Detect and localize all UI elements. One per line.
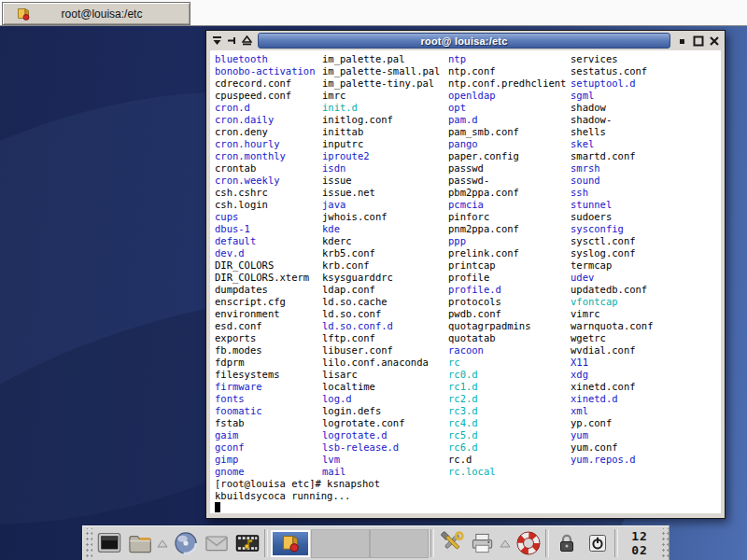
up-arrow-icon <box>500 539 511 548</box>
logout-button[interactable] <box>582 528 613 559</box>
file-entry: sound <box>571 175 721 187</box>
taskbar-empty-slot <box>370 529 429 558</box>
file-entry: dbus-1 <box>215 223 322 235</box>
panel-separator <box>614 529 618 557</box>
file-entry: sudoers <box>571 211 721 223</box>
file-entry: localtime <box>322 381 448 393</box>
window-list-button[interactable]: root@louisa:/etc <box>2 2 190 25</box>
file-entry: fstab <box>215 417 322 429</box>
file-entry: printcap <box>448 259 571 272</box>
web-browser-button[interactable] <box>170 528 201 559</box>
file-entry: pam.d <box>448 114 571 126</box>
file-entry: prelink.conf <box>448 247 571 259</box>
terminal-screen[interactable]: bluetoothbonobo-activationcdrecord.confc… <box>210 50 721 513</box>
file-listing: bluetoothbonobo-activationcdrecord.confc… <box>215 53 721 478</box>
maximize-icon[interactable] <box>692 35 704 48</box>
panel-handle[interactable] <box>660 528 669 559</box>
media-icon <box>234 531 261 555</box>
file-entry: services <box>571 53 721 65</box>
file-entry: ld.so.cache <box>322 296 448 308</box>
file-entry: crontab <box>215 162 322 175</box>
tray-expand-arrow-button[interactable] <box>498 528 513 559</box>
file-entry: yum.conf <box>571 441 721 454</box>
file-entry: krb.conf <box>322 259 448 272</box>
file-entry: bonobo-activation <box>215 65 322 77</box>
file-entry: rc <box>448 357 571 369</box>
expand-arrow-button[interactable] <box>155 528 170 559</box>
file-entry: cron.deny <box>215 126 322 138</box>
file-entry: environment <box>215 308 322 320</box>
file-entry: dumpdates <box>215 284 322 296</box>
sticky-pin-icon[interactable] <box>226 35 238 48</box>
file-entry: ldap.conf <box>322 284 448 296</box>
email-button[interactable] <box>201 528 232 559</box>
window-menu-icon[interactable] <box>211 35 223 48</box>
file-entry: shadow- <box>571 114 721 126</box>
terminal-launcher-button[interactable] <box>93 528 124 559</box>
panel-separator <box>264 529 268 557</box>
file-entry: imrc <box>322 90 448 102</box>
file-entry: lftp.conf <box>322 332 448 344</box>
lock-session-button[interactable] <box>551 528 582 559</box>
file-entry: warnquota.conf <box>571 320 721 332</box>
close-icon[interactable] <box>708 35 720 48</box>
home-folder-button[interactable] <box>124 528 155 559</box>
file-entry: enscript.cfg <box>215 296 322 308</box>
file-entry: ksysguarddrc <box>322 272 448 284</box>
cursor-line <box>215 502 721 513</box>
window-list-label: root@louisa:/etc <box>31 7 190 21</box>
file-entry: sestatus.conf <box>571 65 721 77</box>
file-entry: foomatic <box>215 405 322 417</box>
file-entry: wgetrc <box>571 332 721 344</box>
panel-clock[interactable]: 12 02 <box>620 529 659 557</box>
file-entry: vimrc <box>571 308 721 320</box>
file-entry: im_palette-tiny.pal <box>322 77 448 90</box>
file-entry: fonts <box>215 393 322 405</box>
file-entry: openldap <box>448 90 571 102</box>
file-entry: im_palette-small.pal <box>322 65 448 77</box>
file-entry: updatedb.conf <box>571 284 721 296</box>
file-entry: kderc <box>322 235 448 247</box>
file-entry: mail <box>322 466 448 478</box>
file-entry: DIR_COLORS.xterm <box>215 272 322 284</box>
titlebar-title-area[interactable]: root@ louisa:/etc <box>258 33 670 49</box>
file-entry: logrotate.conf <box>322 417 448 429</box>
file-entry: gaim <box>215 429 322 441</box>
file-entry: login.defs <box>322 405 448 417</box>
file-entry: inputrc <box>322 138 448 150</box>
minimize-icon[interactable] <box>676 35 688 48</box>
file-entry: rc1.d <box>448 381 571 393</box>
file-entry: DIR_COLORS <box>215 259 322 272</box>
settings-tools-button[interactable] <box>436 528 467 559</box>
up-arrow-icon <box>157 539 168 548</box>
titlebar-left-buttons <box>208 35 258 48</box>
file-entry: ld.so.conf.d <box>322 320 448 332</box>
file-entry: yum.repos.d <box>571 454 721 466</box>
file-entry: pam_smb.conf <box>448 126 571 138</box>
listing-column-4: servicessestatus.confsetuptool.dsgmlshad… <box>571 53 721 478</box>
file-entry: gconf <box>215 441 322 454</box>
print-manager-button[interactable] <box>467 528 498 559</box>
panel-handle[interactable] <box>84 528 92 559</box>
kicker-panel: 12 02 <box>82 525 669 560</box>
multimedia-button[interactable] <box>232 528 262 559</box>
file-entry: smrsh <box>571 162 721 175</box>
file-entry: jwhois.conf <box>322 211 448 223</box>
file-entry: dev.d <box>215 247 322 259</box>
taskbar-active-task[interactable] <box>271 530 310 557</box>
panel-separator <box>545 529 549 557</box>
file-entry: pbm2ppa.conf <box>448 187 571 199</box>
file-entry: profile <box>448 272 571 284</box>
listing-column-2: im_palette.palim_palette-small.palim_pal… <box>322 53 448 478</box>
shade-icon[interactable] <box>241 35 253 48</box>
file-entry: sysctl.conf <box>571 235 721 247</box>
file-entry: lvm <box>322 454 448 466</box>
file-entry: sgml <box>571 90 721 102</box>
file-entry: log.d <box>322 393 448 405</box>
file-entry: esd.conf <box>215 320 322 332</box>
file-entry: passwd- <box>448 175 571 187</box>
power-icon <box>586 531 609 555</box>
titlebar[interactable]: root@ louisa:/etc <box>206 31 725 49</box>
help-button[interactable] <box>513 528 543 559</box>
file-entry: im_palette.pal <box>322 53 448 65</box>
